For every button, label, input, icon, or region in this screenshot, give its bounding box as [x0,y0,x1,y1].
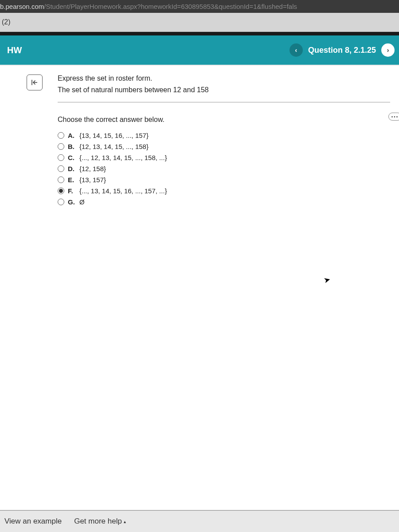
chevron-left-icon: ‹ [295,47,297,54]
divider [58,102,390,102]
radio-button[interactable] [58,143,64,150]
option-text: Ø [79,198,85,206]
prompt-instruction: Express the set in roster form. [58,74,390,82]
caret-up-icon: ▴ [124,519,126,524]
main-area: HW ‹ Question 8, 2.1.25 › ••• Express th… [0,35,399,532]
answer-options: A.{13, 14, 15, 16, ..., 157}B.{12, 13, 1… [58,132,390,206]
answer-option[interactable]: C.{..., 12, 13, 14, 15, ..., 158, ...} [58,154,390,161]
next-question-button[interactable]: › [381,43,395,57]
browser-address-bar[interactable]: b.pearson.com/Student/PlayerHomework.asp… [0,0,399,13]
tab-strip: (2) [0,13,399,32]
prompt-area: Express the set in roster form. The set … [58,66,399,206]
prompt-set-description: The set of natural numbers between 12 an… [58,86,390,94]
answer-option[interactable]: B.{12, 13, 14, 15, ..., 158} [58,143,390,150]
question-nav: ‹ Question 8, 2.1.25 › [289,43,395,57]
footer-bar: View an example Get more help ▴ [0,510,399,532]
radio-button[interactable] [58,188,64,194]
answer-option[interactable]: A.{13, 14, 15, 16, ..., 157} [58,132,390,139]
collapse-left-icon [31,78,39,86]
answer-option[interactable]: G.Ø [58,198,390,206]
option-letter: B. [68,143,76,150]
choose-answer-label: Choose the correct answer below. [58,116,390,124]
answer-option[interactable]: D.{12, 158} [58,165,390,172]
more-options-button[interactable]: ••• [388,113,399,121]
get-more-help-button[interactable]: Get more help ▴ [74,517,126,526]
radio-button[interactable] [58,199,64,205]
option-letter: F. [68,187,76,195]
url-host: b.pearson.com [0,3,44,10]
radio-button[interactable] [58,132,64,139]
option-text: {..., 13, 14, 15, 16, ..., 157, ...} [79,187,167,195]
more-icon: ••• [391,114,399,119]
option-text: {12, 13, 14, 15, ..., 158} [79,143,149,150]
question-content: ••• Express the set in roster form. The … [0,66,399,510]
option-text: {13, 157} [79,176,106,184]
collapse-sidebar-button[interactable] [27,74,43,90]
assignment-title: HW [7,45,22,55]
option-text: {..., 12, 13, 14, 15, ..., 158, ...} [79,154,167,161]
radio-button[interactable] [58,154,64,161]
option-text: {12, 158} [79,165,106,172]
option-letter: D. [68,165,76,172]
answer-option[interactable]: F.{..., 13, 14, 15, 16, ..., 157, ...} [58,187,390,195]
radio-button[interactable] [58,165,64,172]
assignment-header: HW ‹ Question 8, 2.1.25 › [0,35,399,65]
view-example-button[interactable]: View an example [4,517,62,526]
chevron-right-icon: › [387,47,389,54]
option-text: {13, 14, 15, 16, ..., 157} [79,132,149,139]
tab-label[interactable]: (2) [2,18,11,26]
option-letter: C. [68,154,76,161]
prev-question-button[interactable]: ‹ [289,43,303,57]
question-label: Question 8, 2.1.25 [308,46,376,55]
url-path: /Student/PlayerHomework.aspx?homeworkId=… [44,3,297,10]
option-letter: E. [68,176,76,184]
option-letter: A. [68,132,76,139]
option-letter: G. [68,198,76,206]
radio-button[interactable] [58,176,64,183]
answer-option[interactable]: E.{13, 157} [58,176,390,184]
